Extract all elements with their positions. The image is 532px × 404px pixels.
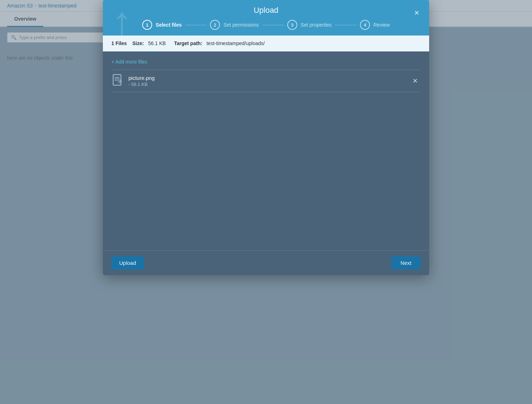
step-3-label: Set properties: [301, 22, 332, 28]
add-more-files-button[interactable]: + Add more files: [111, 59, 147, 65]
upload-action-button[interactable]: Upload: [111, 256, 144, 269]
file-type-icon: [113, 74, 123, 88]
modal-header: ↑ Upload × 1 Select files 2 Set permissi…: [103, 0, 429, 36]
modal-title-row: Upload ×: [111, 6, 421, 20]
file-info: picture.png - 56.1 KB: [128, 75, 405, 87]
file-remove-button[interactable]: ✕: [411, 76, 419, 86]
file-name: picture.png: [128, 75, 405, 81]
step-1: 1 Select files: [142, 20, 182, 30]
step-2-label: Set permissions: [223, 22, 259, 28]
step-3: 3 Set properties: [287, 20, 332, 30]
svg-rect-4: [118, 80, 122, 83]
file-size: - 56.1 KB: [128, 82, 405, 87]
upload-modal: ↑ Upload × 1 Select files 2 Set permissi…: [103, 0, 429, 275]
file-item: picture.png - 56.1 KB ✕: [111, 70, 421, 92]
step-sep-1: [185, 25, 206, 25]
wizard-steps: 1 Select files 2 Set permissions 3 Set p…: [111, 20, 421, 36]
next-button[interactable]: Next: [391, 256, 421, 269]
step-4: 4 Review: [360, 20, 390, 30]
step-3-circle: 3: [287, 20, 297, 30]
modal-title: Upload: [254, 6, 278, 15]
step-2: 2 Set permissions: [210, 20, 259, 30]
step-1-label: Select files: [156, 22, 182, 28]
step-4-label: Review: [373, 22, 390, 28]
step-1-circle: 1: [142, 20, 152, 30]
files-count: 1 Files: [111, 40, 127, 46]
close-button[interactable]: ×: [413, 7, 421, 18]
step-sep-3: [335, 25, 356, 25]
step-2-circle: 2: [210, 20, 220, 30]
modal-footer: Upload Next: [103, 250, 429, 275]
size-label: Size:: [132, 40, 144, 46]
target-path-label: Target path:: [174, 40, 203, 46]
info-bar: 1 Files Size: 56.1 KB Target path: test-…: [103, 36, 429, 51]
step-4-circle: 4: [360, 20, 370, 30]
modal-body: + Add more files picture.png - 56.1 KB ✕: [103, 51, 429, 250]
size-value: 56.1 KB: [148, 40, 166, 46]
step-sep-2: [262, 25, 284, 25]
target-path-value: test-timestamped/uploads/: [206, 40, 265, 46]
